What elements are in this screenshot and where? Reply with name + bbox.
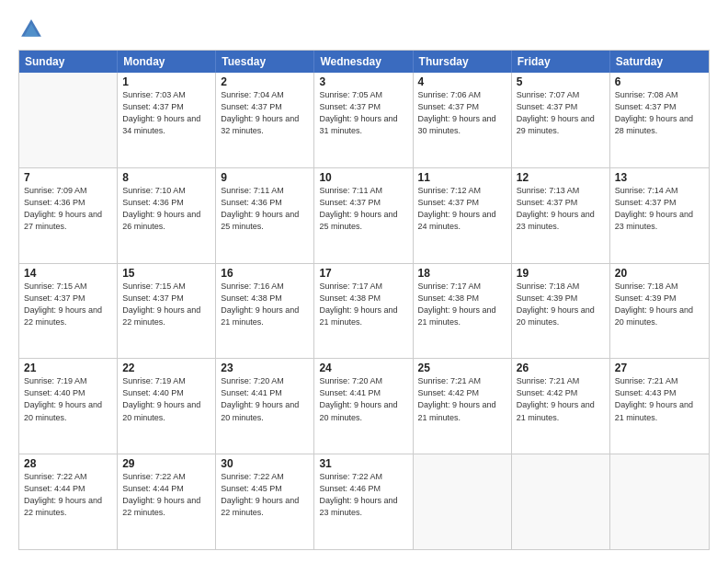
cal-cell: 15Sunrise: 7:15 AMSunset: 4:37 PMDayligh… [118, 264, 216, 359]
day-info: Sunrise: 7:12 AMSunset: 4:37 PMDaylight:… [418, 185, 506, 233]
day-info: Sunrise: 7:21 AMSunset: 4:43 PMDaylight:… [615, 375, 704, 423]
day-number: 19 [517, 267, 605, 280]
day-info: Sunrise: 7:11 AMSunset: 4:37 PMDaylight:… [319, 185, 407, 233]
day-number: 18 [418, 267, 506, 280]
cal-cell: 9Sunrise: 7:11 AMSunset: 4:36 PMDaylight… [216, 168, 314, 263]
day-number: 8 [122, 171, 210, 184]
cal-week-3: 14Sunrise: 7:15 AMSunset: 4:37 PMDayligh… [19, 263, 709, 359]
day-info: Sunrise: 7:21 AMSunset: 4:42 PMDaylight:… [418, 375, 506, 423]
day-info: Sunrise: 7:17 AMSunset: 4:38 PMDaylight:… [418, 281, 506, 328]
day-info: Sunrise: 7:15 AMSunset: 4:37 PMDaylight:… [122, 281, 210, 328]
day-number: 7 [24, 171, 112, 184]
day-number: 4 [418, 75, 506, 88]
day-info: Sunrise: 7:22 AMSunset: 4:44 PMDaylight:… [24, 471, 112, 519]
cal-cell [512, 454, 610, 549]
day-info: Sunrise: 7:19 AMSunset: 4:40 PMDaylight:… [24, 375, 112, 423]
day-number: 13 [615, 171, 704, 184]
day-number: 25 [418, 362, 506, 374]
cal-cell: 27Sunrise: 7:21 AMSunset: 4:43 PMDayligh… [610, 359, 709, 454]
cal-cell: 16Sunrise: 7:16 AMSunset: 4:38 PMDayligh… [216, 264, 314, 359]
day-info: Sunrise: 7:11 AMSunset: 4:36 PMDaylight:… [221, 185, 309, 233]
cal-cell [610, 454, 709, 549]
cal-cell: 5Sunrise: 7:07 AMSunset: 4:37 PMDaylight… [512, 73, 610, 167]
cal-cell: 23Sunrise: 7:20 AMSunset: 4:41 PMDayligh… [216, 359, 314, 454]
day-number: 16 [221, 267, 309, 280]
day-number: 17 [319, 267, 407, 280]
day-number: 30 [221, 457, 309, 470]
cal-cell: 8Sunrise: 7:10 AMSunset: 4:36 PMDaylight… [118, 168, 216, 263]
cal-cell: 11Sunrise: 7:12 AMSunset: 4:37 PMDayligh… [414, 168, 512, 263]
cal-cell: 1Sunrise: 7:03 AMSunset: 4:37 PMDaylight… [118, 73, 216, 167]
day-number: 5 [517, 75, 605, 88]
day-number: 14 [24, 267, 112, 280]
day-info: Sunrise: 7:06 AMSunset: 4:37 PMDaylight:… [418, 89, 506, 137]
cal-cell: 7Sunrise: 7:09 AMSunset: 4:36 PMDaylight… [19, 168, 118, 263]
cal-cell: 28Sunrise: 7:22 AMSunset: 4:44 PMDayligh… [19, 454, 118, 549]
cal-cell: 29Sunrise: 7:22 AMSunset: 4:44 PMDayligh… [118, 454, 216, 549]
day-info: Sunrise: 7:18 AMSunset: 4:39 PMDaylight:… [615, 281, 704, 328]
cal-cell: 31Sunrise: 7:22 AMSunset: 4:46 PMDayligh… [314, 454, 413, 549]
logo-icon [18, 17, 44, 42]
day-number: 28 [24, 457, 112, 470]
calendar: SundayMondayTuesdayWednesdayThursdayFrid… [18, 50, 710, 550]
day-info: Sunrise: 7:16 AMSunset: 4:38 PMDaylight:… [221, 281, 309, 328]
day-info: Sunrise: 7:07 AMSunset: 4:37 PMDaylight:… [517, 89, 605, 137]
day-info: Sunrise: 7:08 AMSunset: 4:37 PMDaylight:… [615, 89, 704, 137]
day-number: 3 [319, 75, 407, 88]
day-number: 2 [221, 75, 309, 88]
cal-cell: 6Sunrise: 7:08 AMSunset: 4:37 PMDaylight… [610, 73, 709, 167]
cal-cell: 10Sunrise: 7:11 AMSunset: 4:37 PMDayligh… [314, 168, 413, 263]
cal-cell: 22Sunrise: 7:19 AMSunset: 4:40 PMDayligh… [118, 359, 216, 454]
day-number: 20 [615, 267, 704, 280]
cal-cell: 18Sunrise: 7:17 AMSunset: 4:38 PMDayligh… [414, 264, 512, 359]
calendar-header: SundayMondayTuesdayWednesdayThursdayFrid… [19, 51, 709, 73]
logo [18, 17, 48, 42]
cal-cell: 2Sunrise: 7:04 AMSunset: 4:37 PMDaylight… [216, 73, 314, 167]
day-info: Sunrise: 7:20 AMSunset: 4:41 PMDaylight:… [319, 375, 407, 423]
day-info: Sunrise: 7:22 AMSunset: 4:45 PMDaylight:… [221, 471, 309, 519]
day-number: 6 [615, 75, 704, 88]
day-info: Sunrise: 7:09 AMSunset: 4:36 PMDaylight:… [24, 185, 112, 233]
cal-cell: 24Sunrise: 7:20 AMSunset: 4:41 PMDayligh… [314, 359, 413, 454]
day-info: Sunrise: 7:03 AMSunset: 4:37 PMDaylight:… [122, 89, 210, 137]
day-info: Sunrise: 7:22 AMSunset: 4:44 PMDaylight:… [122, 471, 210, 519]
cal-header-friday: Friday [512, 51, 610, 73]
cal-week-2: 7Sunrise: 7:09 AMSunset: 4:36 PMDaylight… [19, 167, 709, 263]
day-info: Sunrise: 7:21 AMSunset: 4:42 PMDaylight:… [517, 375, 605, 423]
day-number: 22 [122, 362, 210, 374]
cal-cell: 17Sunrise: 7:17 AMSunset: 4:38 PMDayligh… [314, 264, 413, 359]
day-info: Sunrise: 7:05 AMSunset: 4:37 PMDaylight:… [319, 89, 407, 137]
cal-header-wednesday: Wednesday [314, 51, 413, 73]
day-info: Sunrise: 7:20 AMSunset: 4:41 PMDaylight:… [221, 375, 309, 423]
day-number: 15 [122, 267, 210, 280]
day-info: Sunrise: 7:19 AMSunset: 4:40 PMDaylight:… [122, 375, 210, 423]
day-info: Sunrise: 7:13 AMSunset: 4:37 PMDaylight:… [517, 185, 605, 233]
day-info: Sunrise: 7:14 AMSunset: 4:37 PMDaylight:… [615, 185, 704, 233]
cal-cell: 21Sunrise: 7:19 AMSunset: 4:40 PMDayligh… [19, 359, 118, 454]
cal-header-sunday: Sunday [19, 51, 118, 73]
day-info: Sunrise: 7:18 AMSunset: 4:39 PMDaylight:… [517, 281, 605, 328]
cal-header-tuesday: Tuesday [216, 51, 314, 73]
day-number: 12 [517, 171, 605, 184]
cal-cell: 20Sunrise: 7:18 AMSunset: 4:39 PMDayligh… [610, 264, 709, 359]
cal-cell: 19Sunrise: 7:18 AMSunset: 4:39 PMDayligh… [512, 264, 610, 359]
cal-cell: 4Sunrise: 7:06 AMSunset: 4:37 PMDaylight… [414, 73, 512, 167]
day-number: 11 [418, 171, 506, 184]
cal-week-4: 21Sunrise: 7:19 AMSunset: 4:40 PMDayligh… [19, 358, 709, 454]
cal-cell [414, 454, 512, 549]
day-number: 1 [122, 75, 210, 88]
day-number: 24 [319, 362, 407, 374]
cal-cell: 14Sunrise: 7:15 AMSunset: 4:37 PMDayligh… [19, 264, 118, 359]
day-number: 9 [221, 171, 309, 184]
day-number: 31 [319, 457, 407, 470]
day-number: 27 [615, 362, 704, 374]
day-info: Sunrise: 7:04 AMSunset: 4:37 PMDaylight:… [221, 89, 309, 137]
cal-header-saturday: Saturday [610, 51, 709, 73]
day-info: Sunrise: 7:22 AMSunset: 4:46 PMDaylight:… [319, 471, 407, 519]
day-number: 26 [517, 362, 605, 374]
day-number: 29 [122, 457, 210, 470]
cal-cell: 30Sunrise: 7:22 AMSunset: 4:45 PMDayligh… [216, 454, 314, 549]
page: SundayMondayTuesdayWednesdayThursdayFrid… [0, 0, 728, 563]
cal-cell: 13Sunrise: 7:14 AMSunset: 4:37 PMDayligh… [610, 168, 709, 263]
cal-week-5: 28Sunrise: 7:22 AMSunset: 4:44 PMDayligh… [19, 454, 709, 549]
